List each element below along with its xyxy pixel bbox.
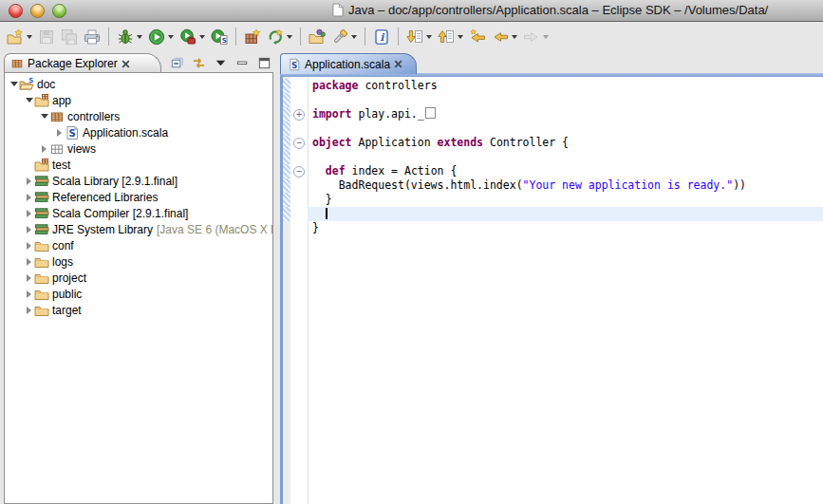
keyword-token: object: [312, 136, 352, 149]
code-line-text[interactable]: [308, 93, 823, 107]
code-line-text[interactable]: [308, 207, 823, 221]
tree-item-project[interactable]: project: [5, 270, 272, 286]
view-menu-button[interactable]: [214, 56, 228, 70]
fold-collapse-icon[interactable]: −: [293, 138, 305, 149]
tab-label: Package Explorer: [28, 57, 118, 70]
code-line-8: BadRequest(views.html.index("Your new ap…: [283, 178, 823, 193]
expand-arrow[interactable]: [24, 258, 34, 266]
code-editor[interactable]: package controllers+import play.api._−ob…: [280, 77, 823, 504]
code-line-text[interactable]: [308, 121, 823, 136]
expand-arrow[interactable]: [24, 242, 34, 250]
editor-tab-row: Application.scala: [280, 53, 823, 73]
tab-application-scala[interactable]: Application.scala: [280, 53, 417, 74]
expand-arrow[interactable]: [24, 226, 34, 233]
expand-arrow[interactable]: [9, 82, 19, 86]
run-scala-button[interactable]: [208, 25, 231, 48]
code-line-text[interactable]: [308, 150, 823, 164]
expand-arrow[interactable]: [24, 98, 34, 103]
annotation-ruler-cell: [283, 107, 290, 121]
tree-item-views[interactable]: views: [5, 140, 272, 157]
refresh-button[interactable]: [264, 25, 295, 48]
fold-expand-icon[interactable]: +: [293, 109, 305, 121]
debug-button[interactable]: [114, 25, 145, 48]
code-line-text[interactable]: package controllers: [308, 79, 823, 93]
code-line-text[interactable]: }: [308, 193, 823, 207]
expand-arrow[interactable]: [24, 210, 34, 217]
info-button[interactable]: [370, 25, 393, 48]
next-annotation-icon: [406, 28, 423, 46]
tree-item-scala-compiler[interactable]: Scala Compiler [2.9.1.final]: [5, 205, 272, 221]
tree-item-referenced-libraries[interactable]: Referenced Libraries: [5, 189, 272, 205]
code-line-text[interactable]: import play.api._: [308, 107, 823, 121]
expand-arrow[interactable]: [24, 194, 34, 201]
save-all-button[interactable]: [58, 25, 81, 48]
dropdown-arrow-icon[interactable]: [27, 35, 32, 39]
tree-item-controllers[interactable]: controllers: [5, 108, 272, 124]
dropdown-arrow-icon[interactable]: [543, 35, 549, 39]
dropdown-arrow-icon[interactable]: [512, 35, 517, 39]
expand-arrow[interactable]: [24, 177, 34, 185]
back-button[interactable]: [489, 25, 520, 48]
collapse-all-button[interactable]: [170, 56, 184, 70]
code-line-text[interactable]: def index = Action {: [308, 164, 823, 178]
code-line-text[interactable]: object Application extends Controller {: [308, 136, 823, 150]
open-type-button[interactable]: [306, 25, 328, 48]
package-explorer-tree[interactable]: docappcontrollersApplication.scalaviewst…: [4, 72, 273, 504]
tree-item-application-scala[interactable]: Application.scala: [5, 124, 272, 140]
fold-collapse-icon[interactable]: −: [293, 166, 305, 177]
expand-arrow[interactable]: [24, 274, 34, 282]
tree-item-label: test: [52, 159, 70, 172]
expand-arrow[interactable]: [54, 129, 65, 137]
close-icon[interactable]: [122, 60, 130, 68]
dropdown-arrow-icon[interactable]: [199, 35, 205, 39]
tree-item-test[interactable]: test: [5, 157, 272, 173]
new-wizard-button[interactable]: [4, 25, 35, 48]
folded-region-icon[interactable]: [425, 107, 436, 119]
run-external-tools-button[interactable]: [177, 25, 208, 48]
last-edit-location-button[interactable]: [466, 25, 489, 48]
dropdown-arrow-icon[interactable]: [351, 35, 357, 39]
dropdown-arrow-icon[interactable]: [168, 35, 174, 39]
main-toolbar: [0, 22, 823, 52]
dropdown-arrow-icon[interactable]: [426, 35, 432, 39]
expand-arrow[interactable]: [24, 307, 34, 314]
fold-gutter-cell: [290, 221, 308, 235]
link-with-editor-button[interactable]: [192, 56, 206, 70]
tree-item-jre-system-library[interactable]: JRE System Library[Java SE 6 (MacOS X De…: [5, 221, 272, 237]
tree-item-target[interactable]: target: [5, 302, 272, 318]
save-button[interactable]: [35, 25, 58, 48]
expand-arrow[interactable]: [39, 114, 49, 119]
window-titlebar[interactable]: Java – doc/app/controllers/Application.s…: [0, 0, 823, 22]
dropdown-arrow-icon[interactable]: [458, 35, 463, 39]
tree-item-doc[interactable]: doc: [5, 76, 272, 92]
tab-package-explorer[interactable]: Package Explorer: [4, 53, 161, 73]
save-icon: [38, 28, 55, 46]
close-window-button[interactable]: [9, 4, 23, 18]
minimize-button[interactable]: [235, 56, 250, 70]
tree-item-app[interactable]: app: [5, 92, 272, 108]
run-button[interactable]: [145, 25, 177, 48]
dropdown-arrow-icon[interactable]: [287, 35, 292, 39]
code-token: Application: [352, 136, 438, 149]
forward-button[interactable]: [520, 25, 552, 48]
tree-item-public[interactable]: public: [5, 286, 272, 302]
new-java-project-button[interactable]: [241, 25, 264, 48]
previous-annotation-button[interactable]: [435, 25, 466, 48]
tree-item-logs[interactable]: logs: [5, 253, 272, 270]
tree-item-scala-library[interactable]: Scala Library [2.9.1.final]: [5, 173, 272, 189]
zoom-window-button[interactable]: [52, 4, 66, 18]
next-annotation-button[interactable]: [403, 25, 435, 48]
minimize-window-button[interactable]: [30, 4, 45, 18]
tree-item-label: project: [52, 271, 86, 285]
close-icon[interactable]: [394, 60, 402, 68]
expand-arrow[interactable]: [24, 290, 34, 298]
print-button[interactable]: [81, 25, 103, 48]
code-line-text[interactable]: }: [308, 221, 823, 235]
tree-item-conf[interactable]: conf: [5, 237, 272, 253]
code-line-text[interactable]: BadRequest(views.html.index("Your new ap…: [308, 178, 823, 193]
run-external-tools-icon: [179, 28, 196, 46]
search-button[interactable]: [328, 25, 360, 48]
maximize-button[interactable]: [257, 56, 271, 70]
dropdown-arrow-icon[interactable]: [137, 35, 142, 39]
expand-arrow[interactable]: [39, 145, 49, 153]
